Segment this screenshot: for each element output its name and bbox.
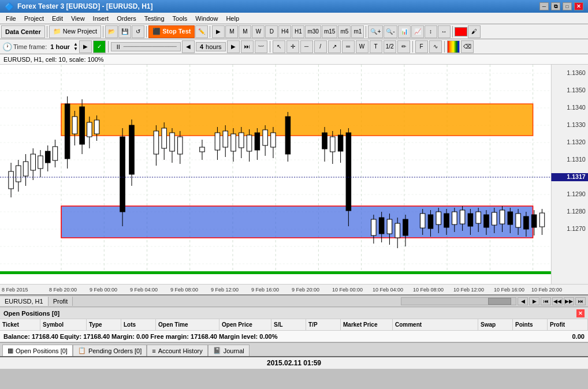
menu-window[interactable]: Window — [192, 13, 221, 24]
brush-button[interactable]: 🖌 — [468, 25, 481, 38]
hline-tool[interactable]: ─ — [300, 40, 313, 53]
svg-rect-108 — [436, 212, 441, 225]
svg-rect-36 — [31, 154, 35, 170]
toolbar-btn5[interactable]: D — [265, 25, 278, 38]
profit-value: 0.00 — [572, 333, 585, 340]
chart-tool1[interactable]: 📊 — [398, 25, 411, 38]
scroll-first-button[interactable]: ⏮ — [541, 297, 551, 305]
scroll-prev-page-button[interactable]: ◀◀ — [552, 297, 563, 305]
restore-button[interactable]: ⧉ — [551, 2, 560, 10]
timeframe-arrows[interactable]: ▲ ▼ — [73, 42, 78, 51]
cursor-tool[interactable]: ↖ — [273, 40, 285, 53]
eraser-tool[interactable]: ⌫ — [461, 40, 474, 53]
separator5 — [366, 26, 366, 38]
zoom-out-button[interactable]: 🔍- — [384, 25, 397, 38]
menu-edit[interactable]: Edit — [49, 13, 66, 24]
menu-project[interactable]: Project — [21, 13, 47, 24]
chart-tool4[interactable]: ↔ — [438, 25, 451, 38]
chart-tool2[interactable]: 📈 — [411, 25, 424, 38]
svg-rect-124 — [500, 210, 504, 224]
ray-tool[interactable]: ↗ — [328, 40, 341, 53]
color-btn[interactable] — [455, 27, 467, 36]
toolbar-btn8[interactable]: m30 — [305, 25, 321, 38]
color-picker[interactable] — [447, 40, 460, 53]
speed-display: 4 hours — [196, 42, 226, 51]
speed-up-button[interactable]: ▶ — [227, 40, 240, 53]
scroll-prev-button[interactable]: ◀ — [518, 297, 528, 305]
pencil-button[interactable]: ✏️ — [195, 25, 208, 38]
svg-rect-136 — [0, 271, 588, 274]
fib-tool[interactable]: 1/2 — [384, 40, 396, 53]
toolbar-btn3[interactable]: M — [239, 25, 251, 38]
chart-tab-eurusd[interactable]: EURUSD, H1 — [0, 297, 49, 306]
status-bar: 2015.02.11 01:59 — [0, 356, 588, 369]
svg-rect-80 — [263, 130, 267, 145]
toolbar-btn11[interactable]: m1 — [351, 25, 364, 38]
maximize-button[interactable]: □ — [563, 2, 572, 10]
menu-tools[interactable]: Tools — [169, 13, 191, 24]
scrollbar-thumb[interactable] — [488, 298, 511, 305]
close-button[interactable]: ✕ — [574, 2, 583, 10]
data-center-button[interactable]: Data Center — [1, 25, 45, 38]
play-forward-button[interactable]: ▶ — [79, 40, 92, 53]
text2-tool[interactable]: T — [370, 40, 382, 53]
toolbar-btn2[interactable]: M — [225, 25, 238, 38]
line-tool[interactable]: / — [314, 40, 327, 53]
menu-insert[interactable]: Insert — [90, 13, 113, 24]
svg-rect-0 — [0, 65, 588, 284]
crosshair-tool[interactable]: ✛ — [286, 40, 299, 53]
bottom-tabs: ▦ Open Positions [0] 📋 Pending Orders [0… — [0, 342, 588, 356]
stop-test-button[interactable]: ⬛ Stop Test — [148, 25, 195, 38]
toolbar-btn7[interactable]: H1 — [292, 25, 304, 38]
wave2-tool[interactable]: ∿ — [429, 40, 442, 53]
menu-orders[interactable]: Orders — [113, 13, 140, 24]
f-tool[interactable]: F — [415, 40, 428, 53]
tab-open-positions[interactable]: ▦ Open Positions [0] — [2, 345, 73, 356]
timeframe-value: 1 hour — [48, 43, 72, 50]
tab-icon-positions: ▦ — [8, 347, 13, 354]
balance-text: Balance: 17168.40 Equity: 17168.40 Margi… — [3, 333, 277, 340]
time-axis: 8 Feb 2015 8 Feb 20:00 9 Feb 00:00 9 Feb… — [0, 284, 588, 294]
scroll-next-page-button[interactable]: ▶▶ — [564, 297, 574, 305]
open-positions-close[interactable]: ✕ — [576, 309, 585, 317]
minimize-button[interactable]: ─ — [539, 2, 549, 10]
toolbar-btn9[interactable]: m15 — [322, 25, 337, 38]
scroll-next-button[interactable]: ▶ — [529, 297, 539, 305]
pencil2-tool[interactable]: ✏ — [397, 40, 410, 53]
scroll-last-button[interactable]: ⏭ — [575, 297, 586, 305]
chart-tab-profit[interactable]: Profit — [49, 297, 73, 306]
separator6 — [452, 26, 453, 38]
toolbar-btn1[interactable]: ▶ — [212, 25, 225, 38]
save-button[interactable]: 💾 — [118, 25, 131, 38]
tab-account-history[interactable]: ≡ Account History — [147, 345, 207, 356]
chart-tool3[interactable]: ↕ — [425, 25, 437, 38]
scrollbar-track[interactable] — [401, 297, 516, 305]
chart-area[interactable]: 1.1360 1.1350 1.1340 1.1330 1.1320 1.131… — [0, 65, 588, 284]
step-button[interactable]: ⏭ — [241, 40, 254, 53]
wave-button[interactable]: 〰 — [255, 40, 267, 53]
time-label-11: 10 Feb 12:00 — [453, 287, 484, 293]
pause-indicator: ⏸ ───────────── — [111, 42, 181, 51]
menu-testing[interactable]: Testing — [141, 13, 168, 24]
open-button[interactable]: 📂 — [105, 25, 118, 38]
tab-pending-orders[interactable]: 📋 Pending Orders [0] — [73, 345, 147, 356]
open-positions-header: Open Positions [0] ✕ — [0, 308, 588, 319]
menu-file[interactable]: File — [2, 13, 20, 24]
hline2-tool[interactable]: ═ — [342, 40, 355, 53]
menu-view[interactable]: View — [68, 13, 88, 24]
tab-journal[interactable]: 📓 Journal — [208, 345, 250, 356]
text-tool[interactable]: W — [356, 40, 369, 53]
toolbar-btn4[interactable]: W — [252, 25, 265, 38]
toolbar-btn10[interactable]: m5 — [338, 25, 351, 38]
zoom-in-button[interactable]: 🔍+ — [368, 25, 383, 38]
new-project-button[interactable]: 📁 New Project — [49, 25, 101, 38]
toolbar-btn6[interactable]: H4 — [278, 25, 291, 38]
chart-info-bar: EURUSD, H1, cell: 10, scale: 100% — [0, 54, 588, 65]
green-button[interactable]: ✓ — [93, 40, 106, 53]
svg-text:1.1310: 1.1310 — [567, 156, 586, 163]
col-points: Points — [513, 319, 548, 330]
tab-icon-history: ≡ — [152, 347, 155, 354]
speed-down-button[interactable]: ◀ — [182, 40, 195, 53]
reload-button[interactable]: ↺ — [132, 25, 144, 38]
menu-help[interactable]: Help — [222, 13, 243, 24]
